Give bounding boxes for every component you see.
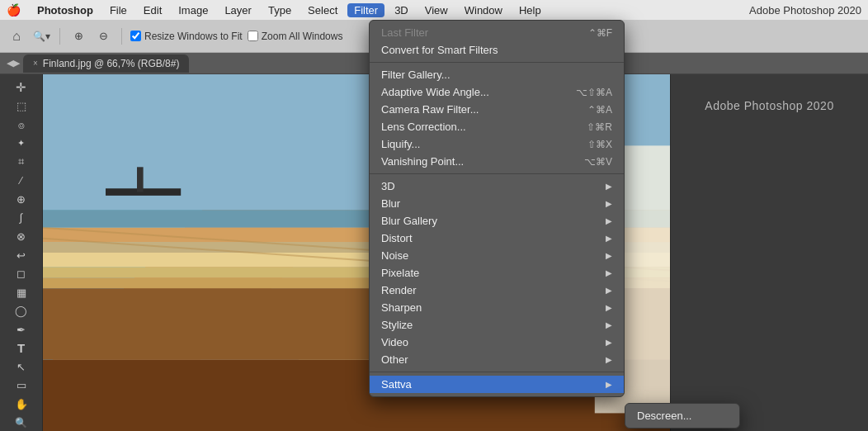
zoom-in-icon[interactable]: ⊕ xyxy=(68,26,88,46)
noise-arrow-icon: ▶ xyxy=(606,251,612,260)
sharpen-arrow-icon: ▶ xyxy=(606,303,612,312)
path-select-tool[interactable]: ↖ xyxy=(10,358,33,376)
menubar-item-layer[interactable]: Layer xyxy=(218,3,258,17)
camera-raw-label: Camera Raw Filter... xyxy=(381,103,479,116)
menu-item-stylize[interactable]: Stylize ▶ xyxy=(370,316,624,334)
menu-item-3d[interactable]: 3D ▶ xyxy=(370,178,624,195)
eyedropper-tool[interactable]: ⁄ xyxy=(10,173,33,190)
menu-item-render[interactable]: Render ▶ xyxy=(370,282,624,299)
sharpen-label: Sharpen xyxy=(381,301,422,314)
resize-windows-label: Resize Windows to Fit xyxy=(144,31,243,42)
video-arrow-icon: ▶ xyxy=(606,338,612,347)
apple-logo[interactable]: 🍎 xyxy=(7,3,21,17)
toolbar-separator-1 xyxy=(59,28,60,45)
convert-smart-label: Convert for Smart Filters xyxy=(381,44,498,56)
filter-menu: Last Filter ⌃⌘F Convert for Smart Filter… xyxy=(369,20,625,397)
menubar-item-photoshop[interactable]: Photoshop xyxy=(31,3,100,17)
menu-item-filter-gallery[interactable]: Filter Gallery... xyxy=(370,66,624,83)
svg-rect-3 xyxy=(137,167,144,192)
menubar-item-edit[interactable]: Edit xyxy=(137,3,168,17)
menu-item-blur-gallery[interactable]: Blur Gallery ▶ xyxy=(370,212,624,230)
document-tab[interactable]: × Finland.jpg @ 66,7% (RGB/8#) xyxy=(23,54,189,73)
select-rect-tool[interactable]: ⬚ xyxy=(10,98,33,116)
other-arrow-icon: ▶ xyxy=(606,355,612,364)
zoom-all-input[interactable] xyxy=(248,31,258,41)
sattva-submenu: Descreen... xyxy=(625,403,740,429)
menu-item-noise[interactable]: Noise ▶ xyxy=(370,247,624,264)
blur-gallery-label: Blur Gallery xyxy=(381,215,437,227)
menu-separator-2 xyxy=(370,173,624,174)
resize-windows-checkbox[interactable]: Resize Windows to Fit xyxy=(130,31,243,42)
video-label: Video xyxy=(381,336,408,348)
zoom-canvas-tool[interactable]: 🔍 xyxy=(10,414,33,431)
other-label: Other xyxy=(381,353,408,366)
menubar-item-select[interactable]: Select xyxy=(301,3,344,17)
menu-separator-3 xyxy=(370,372,624,372)
magic-wand-tool[interactable]: ✦ xyxy=(10,135,33,153)
brand-label: Adobe Photoshop 2020 xyxy=(749,4,861,17)
menubar-item-help[interactable]: Help xyxy=(512,3,548,17)
history-tool[interactable]: ↩ xyxy=(10,247,33,264)
dodge-tool[interactable]: ◯ xyxy=(10,302,33,320)
liquify-label: Liquify... xyxy=(381,138,420,150)
menu-item-liquify[interactable]: Liquify... ⇧⌘X xyxy=(370,135,624,153)
brush-tool[interactable]: ∫ xyxy=(10,210,33,227)
stylize-label: Stylize xyxy=(381,319,413,331)
menu-item-other[interactable]: Other ▶ xyxy=(370,351,624,368)
menu-item-descreen[interactable]: Descreen... xyxy=(625,407,739,424)
menu-item-adaptive-wide[interactable]: Adaptive Wide Angle... ⌥⇧⌘A xyxy=(370,83,624,101)
menu-item-vanishing-point[interactable]: Vanishing Point... ⌥⌘V xyxy=(370,153,624,170)
menu-item-camera-raw[interactable]: Camera Raw Filter... ⌃⌘A xyxy=(370,101,624,118)
menubar-item-type[interactable]: Type xyxy=(262,3,298,17)
zoom-out-icon[interactable]: ⊖ xyxy=(93,26,113,46)
pixelate-label: Pixelate xyxy=(381,267,419,279)
3d-arrow-icon: ▶ xyxy=(606,182,612,191)
resize-windows-input[interactable] xyxy=(130,31,141,41)
menu-item-sattva[interactable]: Sattva ▶ xyxy=(370,376,624,393)
shape-tool[interactable]: ▭ xyxy=(10,377,33,395)
gradient-tool[interactable]: ▦ xyxy=(10,284,33,301)
menubar-item-image[interactable]: Image xyxy=(172,3,215,17)
render-label: Render xyxy=(381,284,417,296)
blur-label: Blur xyxy=(381,197,400,210)
zoom-all-checkbox[interactable]: Zoom All Windows xyxy=(248,31,343,42)
menu-item-convert-smart[interactable]: Convert for Smart Filters xyxy=(370,41,624,59)
zoom-tool-icon[interactable]: 🔍▾ xyxy=(31,26,51,46)
blur-gallery-arrow-icon: ▶ xyxy=(606,216,612,225)
stylize-arrow-icon: ▶ xyxy=(606,320,612,329)
clone-tool[interactable]: ⊗ xyxy=(10,228,33,245)
menu-item-sharpen[interactable]: Sharpen ▶ xyxy=(370,299,624,316)
menubar: 🍎 Photoshop File Edit Image Layer Type S… xyxy=(0,0,868,20)
distort-label: Distort xyxy=(381,232,413,244)
eraser-tool[interactable]: ◻ xyxy=(10,265,33,282)
move-tool[interactable]: ✛ xyxy=(10,79,33,97)
menu-item-distort[interactable]: Distort ▶ xyxy=(370,230,624,247)
pen-tool[interactable]: ✒ xyxy=(10,321,33,339)
menu-item-lens-correction[interactable]: Lens Correction... ⇧⌘R xyxy=(370,118,624,135)
menubar-item-filter[interactable]: Filter xyxy=(347,3,384,17)
menu-item-last-filter[interactable]: Last Filter ⌃⌘F xyxy=(370,24,624,41)
camera-raw-shortcut: ⌃⌘A xyxy=(587,104,612,116)
lasso-tool[interactable]: ⌾ xyxy=(10,116,33,134)
spot-heal-tool[interactable]: ⊕ xyxy=(10,191,33,208)
tab-close-button[interactable]: × xyxy=(33,59,38,68)
menubar-item-window[interactable]: Window xyxy=(458,3,509,17)
tab-left-arrow[interactable]: ◀▶ xyxy=(3,58,23,69)
filter-gallery-label: Filter Gallery... xyxy=(381,69,451,81)
adaptive-wide-shortcut: ⌥⇧⌘A xyxy=(576,87,612,98)
liquify-shortcut: ⇧⌘X xyxy=(587,139,612,150)
menubar-item-view[interactable]: View xyxy=(418,3,455,17)
menu-item-video[interactable]: Video ▶ xyxy=(370,334,624,351)
toolbox: ✛ ⬚ ⌾ ✦ ⌗ ⁄ ⊕ ∫ ⊗ ↩ ◻ ▦ ◯ ✒ T ↖ ▭ ✋ 🔍 xyxy=(0,74,43,431)
menubar-item-3d[interactable]: 3D xyxy=(388,3,415,17)
menu-item-pixelate[interactable]: Pixelate ▶ xyxy=(370,264,624,282)
menu-item-blur[interactable]: Blur ▶ xyxy=(370,195,624,212)
right-panel: Adobe Photoshop 2020 xyxy=(670,74,868,431)
noise-label: Noise xyxy=(381,249,408,262)
text-tool[interactable]: T xyxy=(10,339,33,357)
crop-tool[interactable]: ⌗ xyxy=(10,154,33,171)
vanishing-point-label: Vanishing Point... xyxy=(381,155,464,168)
hand-tool[interactable]: ✋ xyxy=(10,395,33,413)
home-icon[interactable]: ⌂ xyxy=(7,26,26,46)
menubar-item-file[interactable]: File xyxy=(103,3,134,17)
